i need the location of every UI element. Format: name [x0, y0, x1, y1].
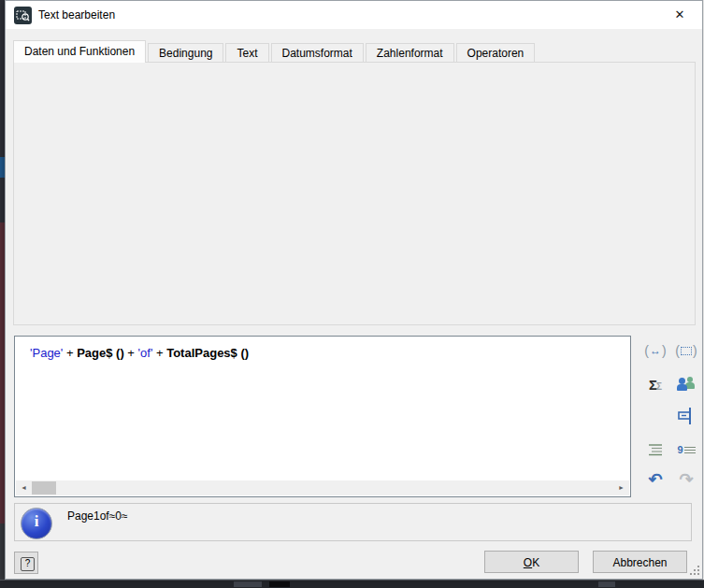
- title-bar[interactable]: Text bearbeiten ✕: [6, 1, 702, 29]
- tab-datumsformat[interactable]: Datumsformat: [271, 43, 364, 63]
- data-wizard-icon[interactable]: [673, 373, 699, 395]
- tab-operatoren[interactable]: Operatoren: [456, 43, 536, 63]
- formula-token-op: +: [63, 346, 77, 360]
- scroll-left-icon[interactable]: ◄: [16, 480, 32, 495]
- tab-page-daten-und-funktionen: [13, 62, 696, 325]
- background-decoration: [269, 581, 290, 587]
- resize-grip[interactable]: [690, 566, 699, 575]
- tab-daten-und-funktionen[interactable]: Daten und Funktionen: [13, 40, 146, 63]
- close-icon[interactable]: ✕: [670, 6, 689, 24]
- help-icon: ?: [21, 557, 35, 571]
- insert-field-icon[interactable]: [673, 405, 699, 427]
- redo-icon[interactable]: ↷: [673, 468, 699, 491]
- formula-token-op: +: [124, 346, 138, 360]
- formula-expression[interactable]: 'Page' + Page$ () + 'of' + TotalPages$ (…: [30, 346, 249, 360]
- formula-token-func: TotalPages$ (): [166, 346, 249, 360]
- preview-text: Page1of≈0≈: [67, 509, 128, 523]
- formula-toolbar: (↔) () ΣΣ: [640, 336, 700, 497]
- syntax-format-icon[interactable]: 9: [673, 438, 699, 461]
- scroll-right-icon[interactable]: ►: [613, 480, 629, 495]
- help-button[interactable]: ?: [14, 552, 38, 574]
- formula-token-op: +: [152, 346, 166, 360]
- tab-zahlenformat[interactable]: Zahlenformat: [366, 43, 454, 63]
- tab-strip: Daten und FunktionenBedingungTextDatumsf…: [13, 41, 695, 63]
- background-decoration: [598, 581, 615, 587]
- edit-text-dialog: Text bearbeiten ✕ Daten und FunktionenBe…: [5, 0, 703, 580]
- dialog-title: Text bearbeiten: [38, 8, 115, 22]
- formula-h-scrollbar[interactable]: ◄ ►: [16, 480, 629, 495]
- tab-text[interactable]: Text: [225, 43, 268, 63]
- undo-icon[interactable]: ↶: [642, 468, 668, 491]
- format-lines-icon[interactable]: [642, 438, 668, 461]
- formula-token-string: 'Page': [30, 346, 63, 360]
- tab-bedingung[interactable]: Bedingung: [148, 43, 223, 63]
- dialog-icon: [14, 7, 32, 24]
- scrollbar-thumb[interactable]: [32, 481, 56, 495]
- ok-button[interactable]: OK: [484, 551, 579, 573]
- screen: Text bearbeiten ✕ Daten und FunktionenBe…: [0, 0, 704, 588]
- sum-wizard-icon[interactable]: ΣΣ: [642, 373, 668, 395]
- info-icon: i: [21, 508, 52, 539]
- remove-parentheses-icon[interactable]: (): [673, 339, 699, 362]
- wrap-parentheses-icon[interactable]: (↔): [642, 339, 668, 362]
- background-decoration: [234, 581, 262, 587]
- preview-bar: i Page1of≈0≈: [14, 503, 692, 541]
- formula-token-string: 'of': [138, 346, 153, 360]
- cancel-button[interactable]: Abbrechen: [593, 551, 687, 573]
- formula-token-func: Page$ (): [77, 346, 124, 360]
- formula-editor[interactable]: 'Page' + Page$ () + 'of' + TotalPages$ (…: [14, 336, 631, 497]
